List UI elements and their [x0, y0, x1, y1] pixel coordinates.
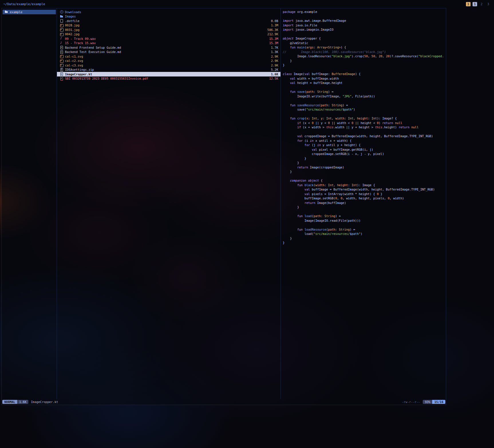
- code-line: fun saveResource(path: String) =: [283, 103, 446, 108]
- file-size: 1.3M: [268, 23, 278, 27]
- code-line: fun save(path: String) =: [283, 90, 446, 94]
- file-row[interactable]: Images: [57, 14, 280, 19]
- file-size: 1.6K: [268, 72, 278, 76]
- file-row[interactable]: cal-c2.svg2.9K: [57, 59, 280, 63]
- image-icon: [60, 32, 64, 36]
- file-row[interactable]: 15 - Track 15.wav15.3M: [57, 41, 280, 46]
- markdown-icon: [60, 46, 64, 49]
- file-name: cal-c3.svg: [65, 64, 83, 67]
- file-row[interactable]: .dotfile0.0B: [57, 19, 280, 23]
- file-size: 586.3K: [264, 28, 278, 32]
- code-line: [283, 223, 446, 227]
- code-line: import java.awt.image.BufferedImage: [283, 19, 446, 23]
- parent-item-example[interactable]: example: [3, 10, 56, 14]
- file-row[interactable]: Downloads: [57, 10, 280, 14]
- preview-pane: package org.example import java.awt.imag…: [281, 8, 446, 399]
- code-line: [283, 14, 446, 19]
- code-line: class Image(val buffImage: BufferedImage…: [283, 72, 446, 76]
- file-row[interactable]: ImageCropper.kt1.6K: [57, 72, 280, 76]
- file-row[interactable]: 09 - Track 09.wav15.3M: [57, 36, 280, 41]
- image-icon: [60, 23, 64, 27]
- code-line: val buffImage = BufferedImage(width, hei…: [283, 187, 446, 192]
- code-line: val width = buffImage.width: [283, 76, 446, 81]
- code-line: }: [283, 63, 446, 68]
- code-line: val height = buffImage.height: [283, 81, 446, 85]
- code-line: // Image.black(100, 100).saveResource("b…: [283, 50, 446, 54]
- code-line: [283, 174, 446, 179]
- file-name: 0042.jpg: [65, 32, 80, 36]
- tab-4[interactable]: 3: [486, 2, 491, 6]
- status-bar: NORMAL 1.6K ImageCropper.kt -rw-r--r-- 9…: [2, 399, 446, 405]
- pdf-icon: [60, 77, 64, 80]
- tab-1[interactable]: 1: [466, 2, 471, 6]
- code-line: val croppedImage = BufferedImage(width, …: [283, 134, 446, 139]
- file-size: 1.3K: [268, 50, 278, 54]
- file-row[interactable]: cal-c3.svg2.9K: [57, 63, 280, 68]
- code-line: }: [283, 205, 446, 210]
- code-line: fun load(path: String) =: [283, 214, 446, 219]
- code-line: return Image(buffImage): [283, 201, 446, 205]
- file-row[interactable]: 0028.jpg1.3M: [57, 23, 280, 28]
- file-row[interactable]: cal-c1.svg2.9K: [57, 54, 280, 59]
- scroll-percent-badge: 93%: [423, 400, 432, 404]
- code-line: fun black(width: Int, height: Int): Imag…: [283, 183, 446, 188]
- file-name: IDEAsettings.zip: [65, 68, 94, 71]
- code-line: [283, 68, 446, 72]
- tab-3[interactable]: 2: [479, 2, 484, 6]
- file-name: Backend_Frontend_Setup_Guide.md: [65, 46, 121, 49]
- file-name: Downloads: [65, 10, 81, 14]
- code-line: load("src/main/resources/$path"): [283, 232, 446, 236]
- cursor-position-badge: 15/16: [432, 400, 445, 404]
- download-icon: [60, 10, 64, 14]
- file-row[interactable]: SBI_0032013739_2023_DE05_0003155631Invoi…: [57, 76, 280, 81]
- file-row[interactable]: IDEAsettings.zip5.2K: [57, 68, 280, 72]
- audio-icon: [60, 41, 64, 45]
- file-name: .dotfile: [65, 19, 80, 23]
- code-line: Image(ImageIO.read(File(path))): [283, 219, 446, 223]
- code-line: if (x + width > this.width || y + height…: [283, 125, 446, 130]
- tab-bar: 1123: [464, 2, 491, 6]
- code-line: }: [283, 156, 446, 161]
- code-line: }: [283, 161, 446, 165]
- file-row[interactable]: Backend_Test_Execution_Guide.md1.3K: [57, 50, 280, 54]
- image-icon: [60, 59, 64, 63]
- file-permissions: -rw-r--r--: [402, 400, 420, 404]
- code-line: [283, 32, 446, 37]
- code-line: val pixels = IntArray(width * height) { …: [283, 192, 446, 197]
- archive-icon: [60, 68, 64, 72]
- file-row[interactable]: 0042.jpg212.9K: [57, 32, 280, 37]
- code-line: buffImage.setRGB(0, 0, width, height, pi…: [283, 196, 446, 201]
- file-list-pane: DownloadsImages.dotfile0.0B0028.jpg1.3M0…: [57, 8, 281, 399]
- file-row[interactable]: 0031.jpg586.3K: [57, 27, 280, 32]
- image-icon: [60, 28, 64, 32]
- file-size: 5.2K: [268, 68, 278, 71]
- code-line: val pixel = buffImage.getRGB(i, j): [283, 148, 446, 152]
- file-size: 0.0B: [268, 19, 278, 23]
- file-size: 1.7K: [268, 46, 278, 49]
- file-rows: DownloadsImages.dotfile0.0B0028.jpg1.3M0…: [57, 10, 280, 81]
- code-line: fun crop(x: Int, y: Int, width: Int, hei…: [283, 116, 446, 121]
- image-icon: [60, 54, 64, 58]
- code-line: save("src/main/resources/$path"): [283, 107, 446, 112]
- parent-pane: example: [2, 8, 57, 399]
- tab-2[interactable]: 1: [473, 2, 477, 6]
- file-size: 12.5K: [266, 77, 278, 80]
- parent-item-label: example: [10, 10, 22, 14]
- code-line: import java.io.File: [283, 23, 446, 28]
- panes: example DownloadsImages.dotfile0.0B0028.…: [2, 8, 446, 399]
- file-name: ImageCropper.kt: [65, 72, 92, 76]
- file-row[interactable]: Backend_Frontend_Setup_Guide.md1.7K: [57, 45, 280, 50]
- status-left: NORMAL 1.6K ImageCropper.kt: [2, 400, 58, 404]
- audio-icon: [60, 37, 64, 40]
- code-line: if (x < 0 || y < 0 || width < 0 || heigh…: [283, 121, 446, 125]
- code-line: }: [283, 241, 446, 245]
- code-line: for (i in x until x + width) {: [283, 139, 446, 143]
- file-size: 15.3M: [266, 41, 278, 45]
- code-line: [283, 210, 446, 214]
- code-line: [283, 130, 446, 134]
- code-line: fun main(args: Array<String>) {: [283, 45, 446, 50]
- file-size-badge: 1.6K: [17, 400, 28, 404]
- code-line: import javax.imageio.ImageIO: [283, 27, 446, 32]
- file-name: 15 - Track 15.wav: [65, 41, 96, 45]
- code-line: fun loadResource(path: String) =: [283, 227, 446, 232]
